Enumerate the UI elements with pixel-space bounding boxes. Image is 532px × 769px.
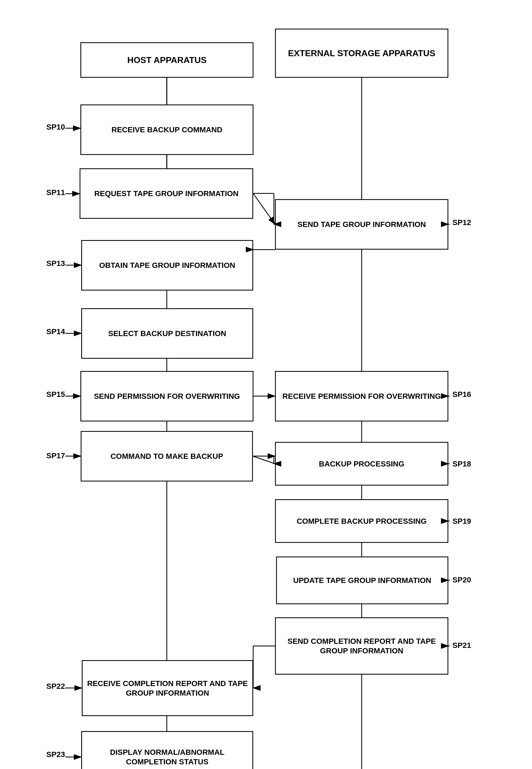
sp18-label: SP18	[452, 460, 471, 468]
host-apparatus-box: HOST APPARATUS	[80, 42, 253, 78]
sp17-label: SP17	[46, 451, 65, 460]
sp15-box: SEND PERMISSION FOR OVERWRITING	[80, 371, 253, 421]
sp13-box: OBTAIN TAPE GROUP INFORMATION	[81, 240, 253, 291]
flow-arrows	[0, 0, 532, 769]
sp18-box: BACKUP PROCESSING	[275, 442, 448, 485]
sp23-label: SP23	[46, 750, 65, 759]
sp16-box: RECEIVE PERMISSION FOR OVERWRITING	[275, 371, 448, 421]
sp21-label: SP21	[452, 641, 471, 650]
sp15-label: SP15	[46, 390, 65, 399]
sp19-box: COMPLETE BACKUP PROCESSING	[275, 499, 448, 543]
sp11-box: REQUEST TAPE GROUP INFORMATION	[80, 168, 253, 219]
svg-line-13	[253, 456, 275, 464]
external-storage-box: EXTERNAL STORAGE APPARATUS	[275, 29, 448, 78]
sp10-label: SP10	[46, 123, 65, 131]
sp16-label: SP16	[452, 390, 471, 399]
sp20-box: UPDATE TAPE GROUP INFORMATION	[276, 556, 448, 604]
svg-line-5	[253, 194, 275, 224]
sp12-box: SEND TAPE GROUP INFORMATION	[275, 199, 448, 250]
sp22-box: RECEIVE COMPLETION REPORT AND TAPE GROUP…	[82, 660, 253, 716]
diagram-container: HOST APPARATUS EXTERNAL STORAGE APPARATU…	[0, 0, 532, 769]
sp19-label: SP19	[452, 517, 471, 526]
sp23-box: DISPLAY NORMAL/ABNORMAL COMPLETION STATU…	[81, 731, 253, 769]
sp22-label: SP22	[46, 682, 65, 691]
sp13-label: SP13	[46, 259, 65, 268]
sp21-box: SEND COMPLETION REPORT AND TAPE GROUP IN…	[275, 617, 448, 675]
sp12-label: SP12	[452, 218, 471, 227]
sp10-box: RECEIVE BACKUP COMMAND	[80, 104, 253, 155]
sp14-label: SP14	[46, 327, 65, 336]
sp14-box: SELECT BACKUP DESTINATION	[81, 308, 253, 359]
sp20-label: SP20	[452, 575, 471, 584]
sp11-label: SP11	[46, 188, 65, 197]
sp17-box: COMMAND TO MAKE BACKUP	[81, 431, 253, 481]
